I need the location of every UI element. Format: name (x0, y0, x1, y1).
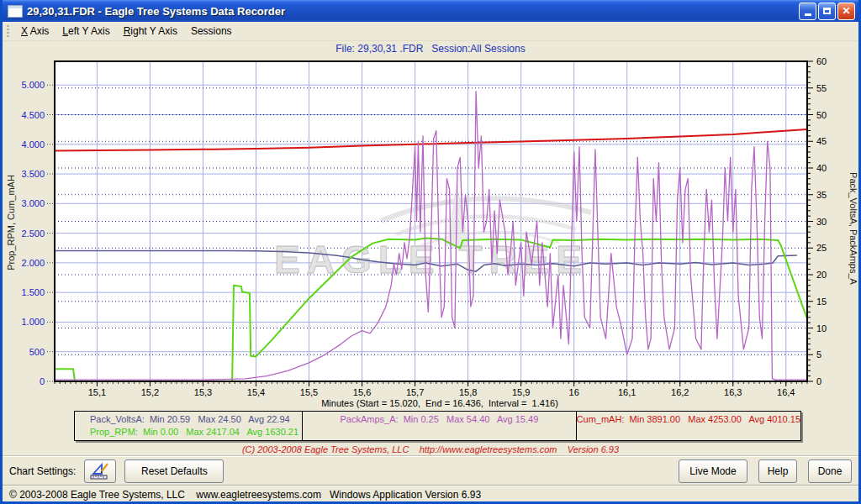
menu-right-y-axis[interactable]: Right Y Axis (117, 24, 184, 39)
minimize-button[interactable] (799, 3, 816, 20)
svg-text:2.000: 2.000 (21, 258, 45, 268)
svg-text:15: 15 (816, 297, 827, 307)
svg-text:15,8: 15,8 (459, 387, 477, 397)
svg-text:16,2: 16,2 (671, 387, 689, 397)
svg-text:30: 30 (816, 217, 827, 227)
svg-text:15,9: 15,9 (512, 387, 530, 397)
svg-text:10: 10 (816, 323, 827, 333)
status-bar: © 2003-2008 Eagle Tree Systems, LLC www.… (3, 485, 858, 503)
svg-text:15,3: 15,3 (194, 387, 212, 397)
legend-box: Pack_VoltsA: Min 20.59 Max 24.50 Avg 22.… (74, 411, 801, 441)
svg-text:60: 60 (816, 56, 827, 66)
restore-icon (823, 8, 831, 14)
file-session-header: File: 29,30,31 .FDR Session:All Sessions (3, 41, 858, 56)
svg-text:4.000: 4.000 (21, 139, 45, 150)
svg-text:1.000: 1.000 (21, 317, 45, 327)
help-button[interactable]: Help (758, 459, 797, 483)
svg-text:15,7: 15,7 (406, 387, 424, 397)
svg-text:55: 55 (816, 83, 827, 93)
reset-defaults-button[interactable]: Reset Defaults (124, 459, 224, 483)
svg-text:15,1: 15,1 (88, 387, 106, 397)
minimize-icon (805, 13, 811, 16)
close-button[interactable]: ✕ (837, 3, 855, 20)
legend-prop-rpm: Prop_RPM: Min 0.00 Max 2417.04 Avg 1630.… (90, 426, 302, 438)
svg-text:0: 0 (816, 376, 821, 386)
app-window: 29,30,31.FDR - Eagle Tree Systems Data R… (0, 0, 861, 504)
svg-text:0: 0 (40, 376, 45, 386)
svg-text:5: 5 (816, 349, 821, 360)
done-button[interactable]: Done (808, 459, 852, 483)
svg-text:1.500: 1.500 (21, 287, 45, 297)
chart-plot[interactable]: EAGLE TREE05001.0001.5002.0002.5003.0003… (3, 56, 861, 409)
svg-text:Minutes (Start = 15.020, End: Minutes (Start = 15.020, End = 16.436, I… (321, 398, 558, 408)
svg-text:50: 50 (816, 110, 827, 120)
svg-text:15,4: 15,4 (247, 387, 265, 397)
window-title: 29,30,31.FDR - Eagle Tree Systems Data R… (27, 5, 797, 18)
chart-tools-icon (90, 462, 110, 480)
bottom-toolbar: Chart Settings: Reset Defaults Live Mode… (3, 456, 858, 485)
live-mode-button[interactable]: Live Mode (679, 459, 747, 483)
legend-section-volts-rpm: Pack_VoltsA: Min 20.59 Max 24.50 Avg 22.… (75, 412, 303, 440)
chart-settings-button[interactable] (84, 459, 116, 483)
title-bar: 29,30,31.FDR - Eagle Tree Systems Data R… (3, 0, 858, 22)
svg-text:2.500: 2.500 (21, 228, 45, 239)
svg-text:15,6: 15,6 (353, 387, 371, 397)
legend-section-amps: PackAmps_A: Min 0.25 Max 54.40 Avg 15.49 (303, 412, 576, 440)
svg-text:40: 40 (816, 163, 827, 173)
close-icon: ✕ (842, 5, 850, 17)
chart-settings-label: Chart Settings: (9, 465, 76, 477)
svg-text:15,2: 15,2 (141, 387, 159, 397)
menu-sessions[interactable]: Sessions (184, 24, 239, 39)
svg-text:35: 35 (816, 190, 827, 200)
svg-text:3.000: 3.000 (21, 198, 45, 208)
app-icon (8, 5, 23, 18)
svg-text:16,1: 16,1 (618, 387, 636, 397)
svg-text:500: 500 (29, 347, 45, 357)
svg-text:15,5: 15,5 (300, 387, 318, 397)
menu-x-axis[interactable]: X Axis (14, 24, 55, 39)
svg-text:16,4: 16,4 (777, 387, 795, 397)
menu-left-y-axis[interactable]: Left Y Axis (55, 24, 116, 39)
copyright-line: (C) 2003-2008 Eagle Tree Systems, LLC ht… (3, 444, 858, 456)
svg-text:16: 16 (569, 387, 579, 397)
svg-text:3.500: 3.500 (21, 169, 45, 179)
svg-text:4.500: 4.500 (21, 110, 45, 120)
toolbar-grip[interactable] (7, 25, 9, 37)
legend-pack-voltsa: Pack_VoltsA: Min 20.59 Max 24.50 Avg 22.… (90, 413, 302, 426)
legend-cum-mah: Cum_mAH: Min 3891.00 Max 4253.00 Avg 401… (577, 413, 800, 426)
svg-text:45: 45 (816, 136, 827, 146)
chart-area[interactable]: EAGLE TREE05001.0001.5002.0002.5003.0003… (3, 56, 858, 409)
svg-text:25: 25 (816, 243, 827, 253)
legend-row: Pack_VoltsA: Min 20.59 Max 24.50 Avg 22.… (3, 409, 858, 444)
svg-text:5.000: 5.000 (21, 80, 45, 90)
restore-button[interactable] (818, 3, 836, 20)
svg-text:Prop_RPM, Cum_mAH: Prop_RPM, Cum_mAH (6, 175, 16, 270)
svg-text:Pack_VoltsA, PackAmps_A: Pack_VoltsA, PackAmps_A (848, 172, 858, 286)
legend-packamps-a: PackAmps_A: Min 0.25 Max 54.40 Avg 15.49 (303, 413, 575, 426)
legend-section-mah: Cum_mAH: Min 3891.00 Max 4253.00 Avg 401… (577, 412, 800, 440)
menu-bar: X AxisLeft Y AxisRight Y AxisSessions (3, 22, 858, 41)
svg-text:20: 20 (816, 270, 827, 280)
svg-text:16,3: 16,3 (724, 387, 742, 397)
